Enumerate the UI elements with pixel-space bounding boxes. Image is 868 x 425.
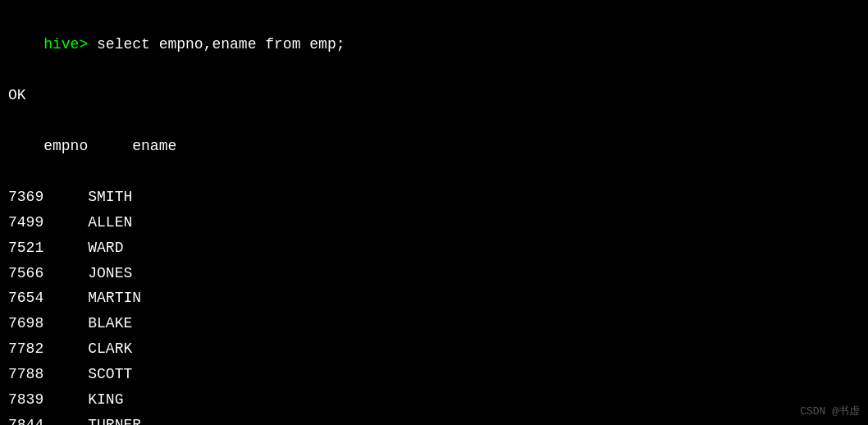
empno-2: 7499 <box>8 214 43 231</box>
empno-3: 7521 <box>8 240 43 256</box>
ename-3: WARD <box>88 240 123 256</box>
empno-4: 7566 <box>8 265 43 281</box>
ename-6: BLAKE <box>88 315 132 331</box>
watermark: CSDN @书虚 <box>800 404 860 418</box>
table-row: 7698 BLAKE <box>8 311 860 336</box>
ename-5: MARTIN <box>88 290 141 306</box>
empno-5: 7654 <box>8 290 43 306</box>
header-col1: empno <box>43 138 88 154</box>
empno-10: 7844 <box>8 417 43 425</box>
table-row: 7844 TURNER <box>8 413 860 425</box>
table-row: 7782 CLARK <box>8 336 860 362</box>
ename-2: ALLEN <box>88 214 132 231</box>
table-row: 7521 WARD <box>8 235 860 261</box>
table-row: 7499 ALLEN <box>8 210 860 235</box>
empno-9: 7839 <box>8 391 43 408</box>
table-row: 7788 SCOTT <box>8 362 860 387</box>
table-row: 7839 KING <box>8 387 860 413</box>
table-row: 7566 JONES <box>8 261 860 286</box>
empno-8: 7788 <box>8 366 43 382</box>
empno-6: 7698 <box>8 315 43 331</box>
ename-9: KING <box>88 391 123 408</box>
command-line: hive> select empno,ename from emp; <box>8 7 860 83</box>
header-col2: ename <box>132 138 176 154</box>
prompt-1: hive> <box>43 36 97 53</box>
empno-1: 7369 <box>8 189 43 205</box>
header-spacer <box>88 138 132 154</box>
table-row: 7654 MARTIN <box>8 286 860 311</box>
command-text: select empno,ename from emp; <box>97 36 345 53</box>
ename-10: TURNER <box>88 417 141 425</box>
table-row: 7369 SMITH <box>8 185 860 210</box>
header-row: empno ename <box>8 108 860 185</box>
terminal-window: hive> select empno,ename from emp; OK em… <box>0 0 868 425</box>
ename-4: JONES <box>88 265 132 281</box>
ename-8: SCOTT <box>88 366 132 382</box>
ename-1: SMITH <box>88 189 132 205</box>
empno-7: 7782 <box>8 340 43 357</box>
ename-7: CLARK <box>88 340 132 357</box>
ok-line: OK <box>8 83 860 108</box>
